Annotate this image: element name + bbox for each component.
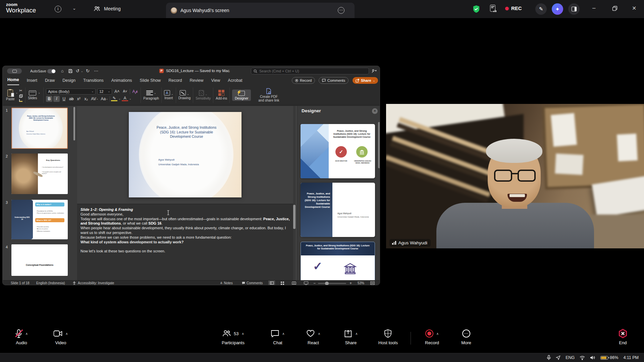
slide-thumbnail-1[interactable]: Peace, Justice, and Strong Institutions … [11,108,68,149]
tab-acrobat[interactable]: Acrobat [228,78,242,85]
participants-button[interactable]: 53 ∧ Participants [222,328,245,345]
superscript-button[interactable]: x² [75,96,82,102]
save-icon[interactable] [68,69,72,73]
insert-button[interactable]: A⌄ Insert [164,90,173,100]
transcript-icon[interactable] [490,5,495,12]
location-arrow-icon[interactable] [556,355,560,360]
subscript-button[interactable]: x₂ [83,96,89,102]
tab-animations[interactable]: Animations [111,78,132,85]
record-options-chevron[interactable]: ∧ [436,332,439,336]
search-input[interactable] [259,69,360,73]
slideshow-view-button[interactable] [304,282,308,285]
ribbon-comments-button[interactable]: Comments [319,77,348,84]
main-slide[interactable]: Peace, Justice, and Strong Institutions … [129,112,241,197]
slide-author[interactable]: Agus Wahyudi [158,158,174,161]
wifi-icon[interactable] [580,356,585,360]
tab-draw[interactable]: Draw [45,78,55,85]
paste-button[interactable]: Paste [6,89,15,101]
react-button[interactable]: ∧ React [306,328,320,345]
thumbnail-scrollbar[interactable] [73,107,75,140]
participant-video[interactable]: Agus Wahyudi [386,104,644,248]
participants-options-chevron[interactable]: ∧ [242,332,244,336]
slide-thumbnail-4[interactable]: Conceptual Foundations [11,244,68,276]
slide-sorter-view-button[interactable] [281,282,284,285]
more-button[interactable]: ⋯ More [461,328,471,345]
copy-icon[interactable] [19,94,23,98]
clear-format-icon[interactable]: A𝓅 [132,88,138,95]
tab-insert[interactable]: Insert [27,78,37,85]
speaker-icon[interactable] [590,355,595,360]
zoom-in-icon[interactable]: + [350,281,352,285]
video-button[interactable]: ∧ Video [53,328,68,345]
side-panel-button[interactable] [568,3,580,15]
fit-to-window-icon[interactable] [370,281,375,285]
tab-record[interactable]: Record [168,78,182,85]
comments-toggle[interactable]: Comments [242,281,263,285]
character-spacing-button[interactable]: AV⌄ [90,96,99,102]
end-button[interactable]: End [618,328,628,345]
slide-title[interactable]: Peace, Justice, and Strong Institutions … [156,125,217,139]
notes-pane[interactable]: Slide 1–2: Opening & Framing Good aftern… [77,204,295,280]
close-button[interactable]: ✕ [632,5,636,11]
accessibility-label[interactable]: Accessibility: Investigate [78,281,114,285]
cut-icon[interactable]: ✂ [19,88,23,93]
minimize-button[interactable]: – [592,5,595,11]
language-indicator[interactable]: ENG [566,355,575,360]
decrease-font-icon[interactable]: A˅ [122,88,128,95]
redo-icon[interactable]: ↻ [86,68,90,73]
record-button[interactable]: ∧ Record [425,328,439,345]
format-painter-icon[interactable] [19,99,22,102]
language-label[interactable]: English (Indonesia) [36,281,65,285]
slide-count-label[interactable]: Slide 1 of 18 [11,281,30,285]
maximize-button[interactable] [612,6,618,11]
video-options-chevron[interactable]: ∧ [65,332,68,336]
designer-close-icon[interactable]: ✕ [372,108,378,114]
addins-button[interactable]: Add-ins [216,90,227,100]
undo-chevron-icon[interactable]: ⌄ [81,70,83,73]
react-options-chevron[interactable]: ∧ [318,332,320,336]
search-box[interactable] [251,68,369,74]
security-shield-icon[interactable] [473,5,480,13]
audio-button[interactable]: ∧ Audio [15,328,28,345]
font-name-select[interactable]: Aptos (Body)⌄ [46,88,96,95]
zoom-slider-knob[interactable] [325,282,329,285]
design-suggestion-3[interactable]: Peace, Justice, and Strong Institutions … [301,242,375,280]
chat-options-chevron[interactable]: ∧ [282,332,284,336]
zoom-out-icon[interactable]: − [313,281,316,285]
designer-button[interactable]: ⚡ Designer [232,89,251,101]
undo-icon[interactable]: ↺ [76,68,79,73]
highlight-color-button[interactable]: ✎ [111,96,117,101]
zoom-slider[interactable] [318,283,346,284]
ribbon-record-button[interactable]: Record [292,77,315,84]
drawing-button[interactable]: ⌄ Drawing [178,90,191,100]
tab-meeting[interactable]: Meeting [93,5,121,12]
share-options-chevron[interactable]: ∧ [355,332,358,336]
slide-thumbnail-2[interactable]: Key Questions • Can development exist wi… [11,154,68,194]
create-pdf-button[interactable]: Create PDFand share link [258,88,279,102]
italic-button[interactable]: I [53,96,60,102]
clock[interactable]: 4:11 PM [623,355,639,360]
design-suggestion-1[interactable]: Peace, Justice, and Strong Institutions … [301,124,375,178]
bold-button[interactable]: B [46,96,52,102]
ai-companion-button[interactable]: ✦ [552,3,563,15]
home-icon[interactable]: ⌂ [61,68,64,73]
change-case-button[interactable]: Aa⌄ [100,96,109,102]
info-icon[interactable]: i [55,6,61,12]
slide-affiliation[interactable]: Universitas Gadjah Mada, Indonesia [158,163,199,166]
tab-shared-screen[interactable]: Agus Wahyudi's screen ⋯ [166,3,355,18]
normal-view-button[interactable] [268,281,275,285]
audio-options-chevron[interactable]: ∧ [25,332,28,336]
battery-indicator[interactable]: 86% [600,355,618,360]
annotate-button[interactable]: ✎ [535,3,547,15]
design-suggestion-2[interactable]: Peace, Justice, and Strong Institutions … [301,183,375,237]
increase-font-icon[interactable]: A˄ [114,88,120,95]
font-size-select[interactable]: 12⌄ [97,88,112,95]
slides-button[interactable]: Slides [28,90,37,100]
window-control-pill[interactable] [7,68,22,74]
underline-button[interactable]: U [61,96,67,102]
strikethrough-button[interactable]: ab [68,96,74,102]
slide-thumbnail-3[interactable]: Understanding SDG 16 Why is it matter? •… [11,200,68,239]
title-chevron-icon[interactable]: ⌄ [228,70,230,73]
paragraph-button[interactable]: ⌄ Paragraph [143,90,159,101]
chevron-down-icon[interactable]: ⌄ [72,6,76,11]
